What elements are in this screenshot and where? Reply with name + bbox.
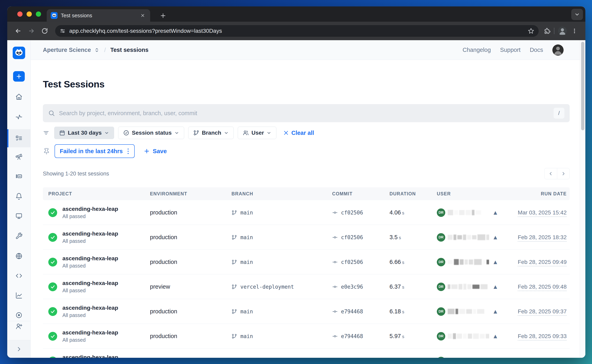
saved-filter-menu-kebab-icon[interactable] bbox=[127, 148, 129, 155]
branch-name: main bbox=[240, 234, 253, 240]
duration-unit: s bbox=[402, 285, 404, 290]
wrench-icon bbox=[15, 232, 23, 240]
run-date-link[interactable]: Feb 28, 2025 18:32 bbox=[518, 234, 567, 242]
extensions-puzzle-icon[interactable] bbox=[544, 27, 550, 34]
project-name: ascending-hexa-leap bbox=[62, 231, 118, 237]
project-name: ascending-hexa-leap bbox=[62, 354, 118, 358]
list-panel-icon bbox=[15, 173, 23, 180]
table-row[interactable]: ascending-hexa-leap All passed productio… bbox=[43, 324, 570, 349]
zoom-window-button[interactable] bbox=[36, 12, 41, 17]
account-switcher[interactable]: Aperture Science bbox=[43, 47, 100, 53]
table-row[interactable]: ascending-hexa-leap All passed productio… bbox=[43, 200, 570, 225]
sidebar-item-alerts[interactable] bbox=[7, 193, 30, 200]
sidebar-item-dashboards[interactable] bbox=[7, 212, 30, 220]
git-commit-icon bbox=[332, 284, 338, 290]
filter-lines-icon bbox=[43, 130, 49, 136]
sidebar-item-checks[interactable] bbox=[7, 173, 30, 180]
new-tab-button[interactable] bbox=[158, 10, 168, 21]
site-settings-icon[interactable] bbox=[60, 28, 66, 34]
forward-button[interactable] bbox=[26, 25, 37, 37]
commit-hash: cf02506 bbox=[341, 234, 363, 240]
globe-icon bbox=[15, 253, 23, 260]
sidebar-item-invite-user[interactable] bbox=[7, 323, 30, 330]
environment-value: production bbox=[150, 333, 231, 339]
search-input[interactable] bbox=[59, 110, 550, 117]
table-row[interactable]: ascending-hexa-leap All passed productio… bbox=[43, 225, 570, 250]
chevron-down-icon bbox=[104, 130, 109, 135]
sidebar-item-telescope[interactable] bbox=[7, 153, 30, 160]
git-branch-icon bbox=[231, 259, 237, 265]
close-tab-icon[interactable] bbox=[139, 12, 146, 19]
duration-cell: 90ms bbox=[390, 358, 437, 358]
user-filter[interactable]: User bbox=[238, 127, 276, 139]
branch-name: main bbox=[240, 259, 253, 265]
branch-name: main bbox=[240, 333, 253, 339]
table-row[interactable]: ascending-hexa-leap All passed productio… bbox=[43, 299, 570, 324]
git-commit-icon bbox=[332, 234, 338, 240]
support-link[interactable]: Support bbox=[500, 47, 521, 53]
sidebar-item-snippets[interactable] bbox=[7, 272, 30, 280]
next-page-button[interactable] bbox=[557, 168, 569, 179]
git-branch-icon bbox=[231, 309, 237, 314]
saved-filter-chip[interactable]: Failed in the last 24hrs bbox=[54, 144, 135, 158]
pin-icon[interactable] bbox=[43, 148, 50, 155]
user-cell: DR ▲ bbox=[437, 208, 497, 217]
run-date-link[interactable]: Feb 28, 2025 09:49 bbox=[518, 259, 567, 266]
user-profile-avatar[interactable] bbox=[552, 45, 564, 56]
commit-cell: cf02506 bbox=[332, 210, 390, 216]
browser-tab[interactable]: Test sessions bbox=[47, 9, 150, 22]
main-content: Test Sessions / Last 30 days bbox=[31, 60, 585, 358]
sidebar-item-home[interactable] bbox=[7, 93, 30, 100]
create-new-button[interactable] bbox=[13, 71, 25, 82]
run-date-link[interactable]: Mar 03, 2025 15:42 bbox=[518, 209, 567, 217]
table-row[interactable]: ascending-hexa-leap All passed productio… bbox=[43, 349, 570, 358]
duration-unit: s bbox=[402, 210, 404, 215]
run-date-link[interactable]: Feb 25, 2025 14:50 bbox=[518, 358, 567, 358]
sidebar-collapse-button[interactable] bbox=[7, 340, 30, 358]
vercel-triangle-icon: ▲ bbox=[492, 309, 498, 315]
branch-cell: main bbox=[231, 333, 332, 339]
sidebar-item-analytics[interactable] bbox=[7, 292, 30, 299]
bookmark-star-icon[interactable] bbox=[528, 28, 534, 34]
sidebar-item-status[interactable] bbox=[7, 312, 30, 319]
sidebar-item-locations[interactable] bbox=[7, 253, 30, 260]
branch-filter[interactable]: Branch bbox=[188, 127, 234, 139]
browser-profile-avatar[interactable] bbox=[558, 26, 567, 35]
run-date-link[interactable]: Feb 28, 2025 09:48 bbox=[518, 284, 567, 291]
sidebar-item-activity[interactable] bbox=[7, 113, 30, 121]
address-bar[interactable]: app.checklyhq.com/test-sessions?presetWi… bbox=[55, 25, 539, 37]
sidebar-item-test-sessions[interactable] bbox=[7, 129, 30, 147]
docs-link[interactable]: Docs bbox=[530, 47, 543, 53]
tab-search-chevron-button[interactable] bbox=[571, 9, 583, 20]
table-row[interactable]: ascending-hexa-leap All passed preview v… bbox=[43, 274, 570, 299]
minimize-window-button[interactable] bbox=[27, 12, 32, 17]
test-sessions-checklist-icon bbox=[15, 135, 23, 142]
home-icon bbox=[15, 93, 23, 100]
search-bar[interactable]: / bbox=[43, 104, 570, 122]
session-result: All passed bbox=[62, 214, 118, 219]
breadcrumb-current-page: Test sessions bbox=[110, 47, 148, 53]
reload-button[interactable] bbox=[39, 25, 50, 37]
previous-page-button[interactable] bbox=[545, 168, 557, 179]
url-text[interactable]: app.checklyhq.com/test-sessions?presetWi… bbox=[69, 28, 524, 34]
git-commit-icon bbox=[332, 259, 338, 265]
sidebar-item-maintenance[interactable] bbox=[7, 232, 30, 240]
clear-all-button[interactable]: Clear all bbox=[283, 130, 314, 136]
date-range-filter[interactable]: Last 30 days bbox=[54, 127, 114, 139]
account-selector-chevrons-icon[interactable] bbox=[94, 47, 100, 53]
git-branch-icon bbox=[231, 210, 237, 215]
scrollbar-thumb[interactable] bbox=[581, 42, 584, 130]
back-button[interactable] bbox=[13, 25, 24, 37]
scrollbar[interactable] bbox=[580, 40, 585, 358]
checkly-logo[interactable] bbox=[13, 47, 25, 59]
close-window-button[interactable] bbox=[17, 12, 23, 17]
session-status-filter[interactable]: Session status bbox=[118, 127, 184, 139]
run-date-link[interactable]: Feb 28, 2025 09:37 bbox=[518, 308, 567, 316]
table-row[interactable]: ascending-hexa-leap All passed productio… bbox=[43, 250, 570, 274]
changelog-link[interactable]: Changelog bbox=[463, 47, 491, 53]
browser-menu-kebab-icon[interactable] bbox=[569, 25, 580, 37]
save-filter-button[interactable]: Save bbox=[143, 148, 167, 155]
redacted-user-name bbox=[445, 208, 489, 217]
run-date-link[interactable]: Feb 28, 2025 09:33 bbox=[518, 333, 567, 340]
run-date-cell: Feb 28, 2025 09:48 bbox=[497, 284, 570, 290]
